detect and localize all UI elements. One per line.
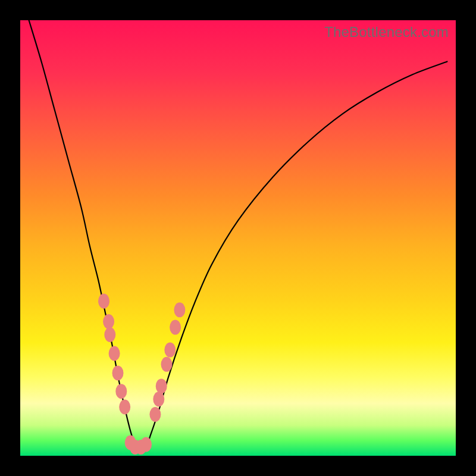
bead-marker bbox=[149, 407, 161, 422]
curve-layer bbox=[20, 20, 456, 456]
plot-area: TheBottleneck.com bbox=[20, 20, 456, 456]
bead-marker bbox=[109, 346, 120, 361]
bead-marker bbox=[170, 320, 181, 335]
bead-marker bbox=[104, 327, 115, 342]
bead-marker bbox=[156, 378, 167, 393]
bead-marker bbox=[103, 314, 114, 329]
bead-group bbox=[98, 294, 185, 455]
outer-frame: TheBottleneck.com bbox=[0, 0, 476, 476]
bead-marker bbox=[174, 302, 185, 317]
bead-marker bbox=[153, 392, 164, 406]
bead-marker bbox=[98, 294, 109, 309]
bead-marker bbox=[161, 357, 173, 372]
bead-marker bbox=[115, 384, 127, 399]
bead-marker bbox=[119, 400, 130, 415]
bead-marker bbox=[140, 437, 152, 452]
bottleneck-curve bbox=[29, 20, 447, 453]
bead-marker bbox=[112, 365, 124, 380]
bead-marker bbox=[164, 343, 176, 358]
